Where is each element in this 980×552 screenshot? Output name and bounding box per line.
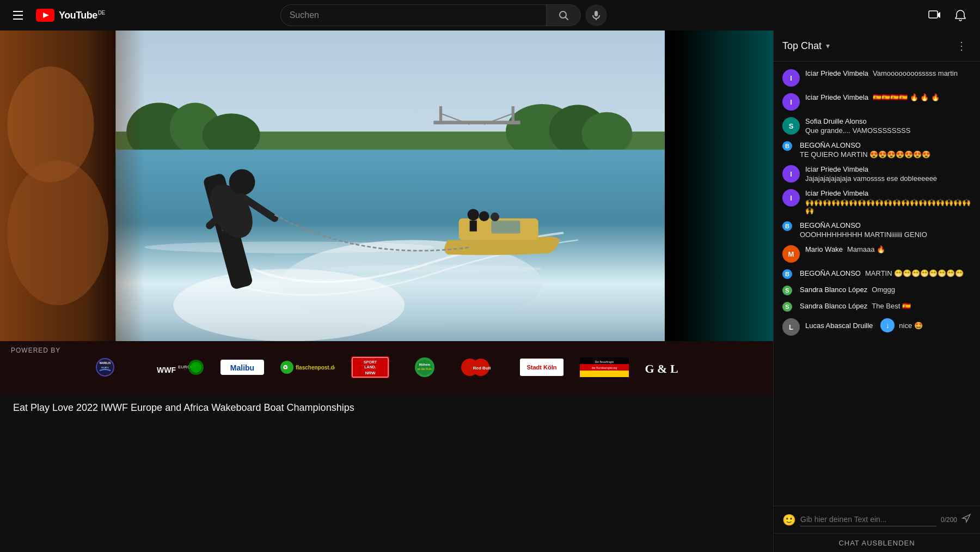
chat-hide-label: CHAT AUSBLENDEN (838, 539, 915, 547)
emoji-button[interactable]: 🙂 (782, 513, 796, 526)
sponsor-stadtkoln: Stadt Köln (520, 356, 564, 378)
gl-logo: G & L (645, 357, 678, 377)
svg-text:flaschenpost.de: flaschenpost.de (296, 365, 335, 371)
svg-rect-16 (433, 121, 520, 125)
chat-input-wrapper: 🙂 0/200 (782, 513, 971, 526)
hamburger-menu-icon[interactable] (9, 7, 27, 24)
scroll-to-bottom-button[interactable]: ↓ (880, 318, 895, 332)
youtube-logo[interactable]: YouTubeDE (36, 9, 105, 22)
sponsor-malibu: Malibu (220, 356, 264, 378)
sponsors-bar: POWERED BY MARILIS BOATS WWF EU (0, 341, 773, 396)
chat-username: Mario Wake (805, 245, 843, 253)
chat-line: Sandra Blanco López Omggg (800, 286, 971, 294)
chat-text: TE QUIERO MARTIN 😍😍😍😍😍😍😍 (800, 150, 930, 159)
chat-line: Sofia Druille Alonso Que grande.... VAMO… (805, 117, 971, 135)
moderator-badge: B (782, 269, 792, 279)
chat-hide-button[interactable]: CHAT AUSBLENDEN (774, 533, 980, 552)
chat-line: Iciar Priede Vimbela Jajajajajajajaja va… (805, 165, 971, 183)
youtube-icon (36, 9, 54, 22)
send-icon (961, 513, 971, 523)
chat-message: B BEGOÑA ALONSO OOOHHHHHHHHH MARTINiiiii… (774, 218, 980, 242)
svg-rect-41 (672, 31, 773, 341)
create-button[interactable] (923, 4, 945, 26)
chat-content: Iciar Priede Vimbela 🇪🇸🇪🇸🇪🇸🇪🇸 🔥 🔥 🔥 (805, 93, 971, 101)
chat-text: nice 🤩 (899, 322, 922, 330)
sponsor-gl: G & L (645, 356, 678, 378)
marilis-logo: MARILIS BOATS (95, 357, 139, 377)
chat-message: S Sandra Blanco López Omggg (774, 282, 980, 299)
chat-username: Iciar Priede Vimbela (805, 165, 868, 173)
svg-line-3 (565, 17, 568, 20)
chat-message: B BEGOÑA ALONSO TE QUIERO MARTIN 😍😍😍😍😍😍😍 (774, 138, 980, 162)
search-button[interactable] (546, 4, 581, 26)
sponsor-flaschenpost: ♻ flaschenpost.de (280, 356, 335, 378)
svg-text:Mülheim: Mülheim (419, 363, 431, 366)
chat-content: BEGOÑA ALONSO TE QUIERO MARTIN 😍😍😍😍😍😍😍 (800, 141, 971, 159)
search-container (280, 4, 607, 26)
mic-button[interactable] (585, 4, 607, 26)
chat-line: Iciar Priede Vimbela 🇪🇸🇪🇸🇪🇸🇪🇸 🔥 🔥 🔥 (805, 93, 971, 101)
chat-message: I Iciar Priede Vimbela 🇪🇸🇪🇸🇪🇸🇪🇸 🔥 🔥 🔥 (774, 90, 980, 114)
svg-rect-4 (595, 11, 598, 16)
chat-message: I Iciar Priede Vimbela Jajajajajajajaja … (774, 162, 980, 186)
header: YouTubeDE (0, 0, 980, 31)
avatar: L (782, 318, 800, 336)
chat-line: Sandra Blanco López The Best 🇪🇸 (800, 302, 971, 310)
chat-username: Sofia Druille Alonso (805, 117, 867, 125)
stadtkoln-logo: Stadt Köln (520, 357, 564, 377)
chat-text: MARTIN 😁😁😁😁😁😁😁😁 (865, 269, 964, 277)
svg-text:Die Beauftragte: Die Beauftragte (595, 360, 614, 363)
chat-username: BEGOÑA ALONSO (800, 141, 861, 149)
chat-text: The Best 🇪🇸 (872, 302, 911, 310)
video-title-bar: Eat Play Love 2022 IWWF Europe and Afric… (0, 396, 773, 420)
chat-username: Iciar Priede Vimbela (805, 189, 868, 197)
chat-content: Mario Wake Mamaaa 🔥 (805, 245, 971, 253)
notifications-button[interactable] (950, 4, 971, 26)
chat-content: Iciar Priede Vimbela Vamoooooooosssss ma… (805, 69, 971, 77)
chat-more-button[interactable]: ⋮ (952, 37, 971, 54)
svg-text:Malibu: Malibu (230, 363, 254, 372)
chat-header-title: Top Chat (782, 40, 822, 52)
video-player: EAT · PLAY · LOVE POWERED BY MARILIS BOA… (0, 31, 773, 396)
chat-username: Lucas Abascal Druille (805, 322, 873, 330)
search-icon (558, 10, 569, 21)
chat-text: Jajajajajajajaja vamossss ese dobleeeeee (805, 174, 937, 183)
sponsor-marilis: MARILIS BOATS (95, 356, 139, 378)
avatar: I (782, 165, 800, 183)
chat-line: Mario Wake Mamaaa 🔥 (805, 245, 971, 253)
send-button[interactable] (961, 513, 971, 526)
sponsor-wwf: WWF EUROPE (155, 356, 204, 378)
chat-header-left[interactable]: Top Chat ▾ (782, 40, 830, 52)
create-icon (928, 9, 940, 21)
video-player-inner[interactable]: EAT · PLAY · LOVE (0, 31, 773, 341)
avatar: I (782, 189, 800, 207)
sponsor-sportland: SPORT LAND. NRW (351, 356, 389, 378)
svg-rect-6 (929, 11, 938, 18)
chat-message: S Sandra Blanco López The Best 🇪🇸 (774, 299, 980, 315)
search-input[interactable] (280, 4, 546, 26)
sponsor-bundesministerium: Die Beauftragte der Bundesregierung (580, 356, 629, 378)
bundesministerium-logo: Die Beauftragte der Bundesregierung (580, 357, 629, 377)
chat-username: Sandra Blanco López (800, 286, 867, 294)
sponsor-redbull: Red Bull (460, 356, 504, 378)
svg-text:Red Bull: Red Bull (473, 366, 491, 371)
chat-messages[interactable]: I Iciar Priede Vimbela Vamoooooooosssss … (774, 62, 980, 506)
moderator-badge: B (782, 141, 792, 151)
chat-username: Iciar Priede Vimbela (805, 93, 868, 101)
svg-point-31 (491, 213, 499, 221)
sportland-logo: SPORT LAND. NRW (351, 356, 389, 378)
mic-icon (591, 10, 601, 20)
chat-input[interactable] (800, 513, 936, 526)
mulheim-logo: Mülheim an der Ruhr (406, 356, 444, 378)
sponsor-mulheim: Mülheim an der Ruhr (406, 356, 444, 378)
svg-rect-76 (580, 371, 629, 377)
chat-header: Top Chat ▾ ⋮ (774, 31, 980, 62)
chat-message: B BEGOÑA ALONSO MARTIN 😁😁😁😁😁😁😁😁 (774, 266, 980, 282)
video-area: EAT · PLAY · LOVE POWERED BY MARILIS BOA… (0, 31, 773, 552)
svg-text:der Bundesregierung: der Bundesregierung (592, 366, 617, 369)
member-badge: S (782, 286, 792, 295)
svg-text:SPORT: SPORT (364, 360, 377, 364)
svg-rect-19 (439, 106, 442, 124)
chat-message: M Mario Wake Mamaaa 🔥 (774, 242, 980, 266)
member-badge: S (782, 302, 792, 312)
